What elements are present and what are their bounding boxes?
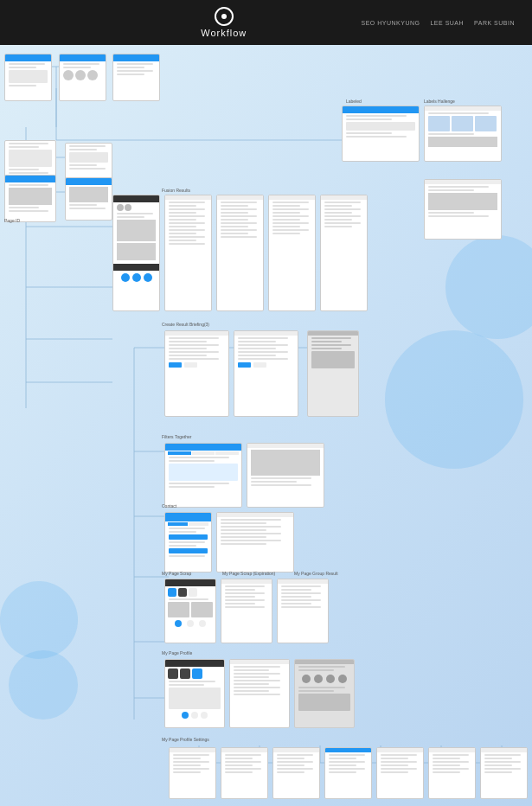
wf-card-topright1 bbox=[342, 106, 420, 162]
label-mypage-result: My Page Group Result bbox=[294, 571, 338, 576]
label-fusion-results: Fusion Results bbox=[162, 188, 190, 193]
wf-card-center4 bbox=[268, 195, 316, 311]
wf-card-myprofile3 bbox=[294, 659, 355, 728]
wf-card-filters2 bbox=[247, 443, 324, 508]
wf-card-bottom7 bbox=[480, 747, 528, 799]
label-contact: Contact bbox=[162, 503, 176, 509]
label-mypage-activity: My Page Profile Settings bbox=[162, 737, 209, 742]
wf-card-bottom2 bbox=[221, 747, 268, 799]
nav-item-3[interactable]: PARK SUBIN bbox=[474, 20, 515, 26]
header-center: Workflow bbox=[201, 7, 247, 38]
header-nav: SEO HYUNKYUNG LEE SUAH PARK SUBIN bbox=[362, 20, 515, 26]
wf-card-top3 bbox=[112, 54, 160, 101]
label-mypage-scrap-exp: My Page Scrap (Expiration) bbox=[222, 571, 275, 576]
deco-circle-3 bbox=[0, 581, 78, 659]
wf-card-top2 bbox=[59, 54, 106, 101]
wf-card-left3 bbox=[4, 175, 56, 222]
wf-card-filters1 bbox=[164, 443, 242, 508]
wf-card-mypage2 bbox=[221, 579, 272, 643]
logo-icon bbox=[215, 7, 234, 26]
wf-card-center1 bbox=[112, 195, 160, 311]
nav-item-2[interactable]: LEE SUAH bbox=[430, 20, 464, 26]
wf-card-brief1 bbox=[164, 330, 229, 417]
wf-card-bottom6 bbox=[428, 747, 476, 799]
wf-card-bottom1 bbox=[169, 747, 216, 799]
label-mypage-profile: My Page Profile bbox=[162, 650, 192, 656]
label-pageid: Page ID bbox=[4, 218, 20, 223]
label-fusion-results2: Create Result Briefing(3) bbox=[162, 322, 209, 327]
workflow-canvas: Labeled Labels Hallenge bbox=[0, 45, 532, 806]
wf-card-topright3 bbox=[424, 179, 502, 240]
deco-circle-1 bbox=[445, 235, 532, 339]
wf-card-gray1 bbox=[307, 330, 359, 417]
wf-card-myprofile2 bbox=[229, 659, 290, 728]
label-filters-together: Filters Together bbox=[162, 434, 191, 439]
label-labeled: Labeled bbox=[346, 99, 362, 104]
deco-circle-4 bbox=[9, 650, 78, 720]
label-mypage-scrap: My Page Scrap bbox=[162, 571, 191, 576]
wf-card-top1 bbox=[4, 54, 52, 101]
wf-card-bottom5 bbox=[376, 747, 424, 799]
wf-card-brief2 bbox=[234, 330, 298, 417]
wf-card-center5 bbox=[320, 195, 368, 311]
wf-card-topright2 bbox=[424, 106, 502, 162]
label-hallenge: Labels Hallenge bbox=[424, 99, 455, 104]
wf-card-myprofile1 bbox=[164, 659, 225, 728]
wf-card-bottom4 bbox=[324, 747, 372, 799]
wf-card-center3 bbox=[216, 195, 264, 311]
nav-item-1[interactable]: SEO HYUNKYUNG bbox=[362, 20, 420, 26]
wf-card-bottom3 bbox=[272, 747, 320, 799]
wf-card-mypage3 bbox=[277, 579, 329, 643]
wf-card-lm2 bbox=[65, 177, 112, 221]
app-title: Workflow bbox=[201, 28, 247, 38]
app-header: Workflow SEO HYUNKYUNG LEE SUAH PARK SUB… bbox=[0, 0, 532, 45]
wf-card-mypage1 bbox=[164, 579, 216, 643]
wf-card-contact1 bbox=[164, 512, 212, 573]
wf-card-center2 bbox=[164, 195, 212, 311]
wf-card-contact2 bbox=[216, 512, 294, 573]
deco-circle-2 bbox=[385, 330, 523, 469]
